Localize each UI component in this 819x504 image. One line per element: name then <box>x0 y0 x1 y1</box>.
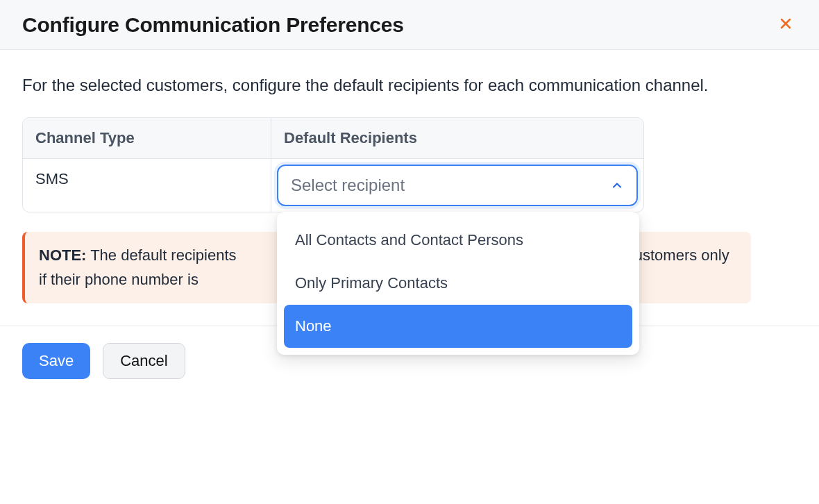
modal-title: Configure Communication Preferences <box>22 13 404 37</box>
save-button[interactable]: Save <box>22 343 90 379</box>
column-header-channel-type: Channel Type <box>23 118 271 159</box>
note-text-before: The default recipients <box>86 246 240 264</box>
modal-body: For the selected customers, configure th… <box>0 50 819 326</box>
communication-preferences-modal: Configure Communication Preferences For … <box>0 0 819 396</box>
chevron-up-icon <box>610 178 624 192</box>
channel-type-cell: SMS <box>23 159 271 212</box>
channel-table: Channel Type Default Recipients SMS Sele… <box>22 117 644 212</box>
close-icon <box>777 15 794 34</box>
column-header-default-recipients: Default Recipients <box>271 118 643 159</box>
close-button[interactable] <box>775 12 797 37</box>
table-header-row: Channel Type Default Recipients <box>23 118 643 159</box>
description-text: For the selected customers, configure th… <box>22 72 758 98</box>
modal-header: Configure Communication Preferences <box>0 0 819 50</box>
dropdown-option-none[interactable]: None <box>284 305 632 348</box>
recipient-select[interactable]: Select recipient <box>277 165 638 206</box>
dropdown-option-primary-contacts[interactable]: Only Primary Contacts <box>284 262 632 305</box>
note-label: NOTE: <box>39 246 86 264</box>
cancel-button[interactable]: Cancel <box>103 343 185 379</box>
select-placeholder: Select recipient <box>291 176 405 195</box>
recipient-cell: Select recipient All Contacts and Contac… <box>271 159 643 212</box>
recipient-dropdown: All Contacts and Contact Persons Only Pr… <box>277 212 639 355</box>
table-row: SMS Select recipient All Contacts and Co… <box>23 159 643 212</box>
dropdown-option-all-contacts[interactable]: All Contacts and Contact Persons <box>284 219 632 262</box>
